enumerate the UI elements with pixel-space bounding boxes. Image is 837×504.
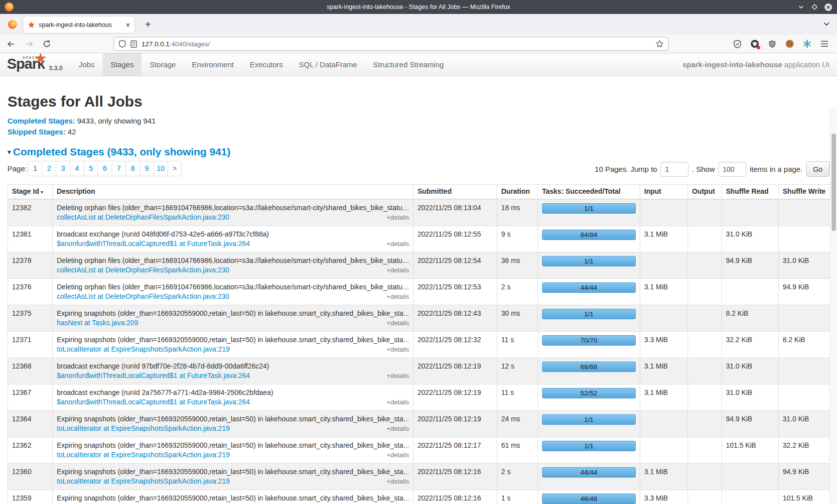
details-toggle[interactable]: +details bbox=[387, 397, 409, 407]
details-toggle[interactable]: +details bbox=[387, 318, 409, 328]
stage-callsite-link[interactable]: toLocalIterator at ExpireSnapshotsSparkA… bbox=[57, 450, 230, 460]
page-button-10[interactable]: 10 bbox=[154, 161, 168, 176]
go-button[interactable]: Go bbox=[806, 161, 830, 177]
window-minimize-button[interactable] bbox=[796, 2, 806, 12]
reload-button[interactable] bbox=[39, 37, 55, 51]
stage-callsite-link[interactable]: collectAsList at DeleteOrphanFilesSparkA… bbox=[57, 213, 229, 222]
extension-icons bbox=[733, 39, 829, 48]
details-toggle[interactable]: +details bbox=[387, 424, 409, 433]
menu-hamburger-icon[interactable] bbox=[820, 39, 829, 48]
nav-item-structured-streaming[interactable]: Structured Streaming bbox=[365, 53, 452, 76]
extension-mask-icon[interactable] bbox=[750, 39, 759, 48]
back-button[interactable] bbox=[3, 37, 19, 51]
extension-shield-check-icon[interactable] bbox=[733, 39, 742, 48]
completed-stages-section-header[interactable]: ▾Completed Stages (9433, only showing 94… bbox=[7, 145, 830, 158]
header-stage-id[interactable]: Stage Id▾ bbox=[8, 185, 53, 200]
input-cell: 3.1 MiB bbox=[640, 464, 688, 490]
window-close-button[interactable] bbox=[823, 2, 833, 12]
page-button-7[interactable]: 7 bbox=[112, 161, 126, 176]
input-cell bbox=[640, 411, 688, 437]
header-input[interactable]: Input bbox=[640, 185, 688, 200]
page-button-1[interactable]: 1 bbox=[28, 161, 42, 176]
header-shuffle-read[interactable]: Shuffle Read bbox=[722, 185, 779, 200]
window-maximize-button[interactable] bbox=[810, 2, 820, 12]
scrollbar[interactable] bbox=[830, 107, 837, 504]
url-bar[interactable]: 127.0.0.1:4040/stages/ bbox=[114, 37, 669, 51]
stage-id-cell: 12368 bbox=[8, 358, 53, 384]
shuffle-read-cell: 32.2 KiB bbox=[722, 332, 779, 358]
page-size-input[interactable] bbox=[718, 162, 746, 177]
stage-callsite-link[interactable]: $anonfun$withThreadLocalCaptured$1 at Fu… bbox=[57, 371, 250, 380]
stage-callsite-link[interactable]: collectAsList at DeleteOrphanFilesSparkA… bbox=[57, 265, 229, 275]
stage-callsite-link[interactable]: toLocalIterator at ExpireSnapshotsSparkA… bbox=[57, 424, 230, 433]
header-description[interactable]: Description bbox=[53, 185, 414, 200]
page-button-2[interactable]: 2 bbox=[42, 161, 56, 176]
stage-description: Expiring snapshots (older_than=166932055… bbox=[57, 441, 409, 450]
stage-callsite-link[interactable]: toLocalIterator at ExpireSnapshotsSparkA… bbox=[57, 477, 230, 486]
details-toggle[interactable]: +details bbox=[387, 213, 409, 222]
page-button-9[interactable]: 9 bbox=[140, 161, 154, 176]
details-toggle[interactable]: +details bbox=[387, 450, 409, 460]
firefox-view-icon[interactable] bbox=[8, 20, 17, 29]
details-toggle[interactable]: +details bbox=[387, 345, 409, 354]
description-cell: Deleting orphan files (older_than=166910… bbox=[53, 252, 414, 279]
forward-button[interactable] bbox=[21, 37, 37, 51]
nav-item-storage[interactable]: Storage bbox=[141, 53, 184, 76]
stage-callsite-link[interactable]: collectAsList at DeleteOrphanFilesSparkA… bbox=[57, 292, 229, 301]
nav-item-stages[interactable]: Stages bbox=[103, 53, 142, 76]
page-button-4[interactable]: 4 bbox=[70, 161, 84, 176]
jump-to-page-input[interactable] bbox=[661, 162, 689, 177]
header-output[interactable]: Output bbox=[688, 185, 722, 200]
list-tabs-chevron-icon[interactable] bbox=[823, 20, 831, 28]
spark-navbar: APACHE Spark ★ 3.3.0 JobsStagesStorageEn… bbox=[0, 53, 837, 76]
tasks-progress-bar: 1/1 bbox=[542, 441, 636, 451]
header-tasks[interactable]: Tasks: Succeeded/Total bbox=[538, 185, 640, 200]
extension-asterisk-icon[interactable] bbox=[803, 39, 812, 48]
details-toggle[interactable]: +details bbox=[387, 371, 409, 380]
completed-stages-value: 9433, only showing 941 bbox=[75, 117, 156, 125]
details-toggle[interactable]: +details bbox=[387, 292, 409, 301]
tracking-protection-shield-icon[interactable] bbox=[119, 40, 126, 48]
browser-tab[interactable]: spark-ingest-into-lakehous × bbox=[23, 16, 135, 33]
completed-stages-link[interactable]: Completed Stages: bbox=[7, 117, 75, 125]
details-toggle[interactable]: +details bbox=[387, 477, 409, 486]
duration-cell: 11 s bbox=[497, 384, 538, 411]
stages-table-body: 12382 Deleting orphan files (older_than=… bbox=[8, 199, 830, 504]
page-button-5[interactable]: 5 bbox=[84, 161, 98, 176]
header-shuffle-write[interactable]: Shuffle Write bbox=[779, 185, 830, 200]
scrollbar-thumb[interactable] bbox=[832, 133, 836, 231]
page-button-3[interactable]: 3 bbox=[56, 161, 70, 176]
tasks-cell: 84/84 bbox=[538, 226, 640, 252]
submitted-cell: 2022/11/25 08:13:04 bbox=[414, 199, 497, 226]
new-tab-button[interactable]: + bbox=[141, 17, 155, 31]
stage-callsite-link[interactable]: toLocalIterator at ExpireSnapshotsSparkA… bbox=[57, 345, 230, 354]
nav-item-jobs[interactable]: Jobs bbox=[71, 53, 103, 76]
show-label: . Show bbox=[692, 165, 715, 173]
page-button-6[interactable]: 6 bbox=[98, 161, 112, 176]
page-button-next[interactable]: > bbox=[168, 161, 182, 176]
url-text[interactable]: 127.0.0.1:4040/stages/ bbox=[141, 40, 651, 48]
bookmark-star-icon[interactable] bbox=[656, 40, 664, 48]
nav-item-executors[interactable]: Executors bbox=[242, 53, 291, 76]
nav-item-environment[interactable]: Environment bbox=[184, 53, 242, 76]
table-row: 12362 Expiring snapshots (older_than=166… bbox=[8, 437, 830, 464]
spark-logo[interactable]: APACHE Spark ★ 3.3.0 bbox=[0, 53, 71, 76]
stage-callsite-link[interactable]: $anonfun$withThreadLocalCaptured$1 at Fu… bbox=[57, 397, 250, 407]
page-button-8[interactable]: 8 bbox=[126, 161, 140, 176]
skipped-stages-link[interactable]: Skipped Stages: bbox=[7, 127, 66, 136]
extension-ublock-icon[interactable] bbox=[768, 39, 777, 48]
header-duration[interactable]: Duration bbox=[497, 185, 538, 200]
tab-close-icon[interactable]: × bbox=[126, 21, 130, 28]
stage-callsite-link[interactable]: hasNext at Tasks.java:209 bbox=[57, 318, 138, 328]
details-toggle[interactable]: +details bbox=[387, 239, 409, 249]
page-info-icon[interactable] bbox=[131, 40, 137, 48]
extension-cookie-icon[interactable] bbox=[785, 39, 794, 48]
header-submitted[interactable]: Submitted bbox=[414, 185, 497, 200]
table-row: 12382 Deleting orphan files (older_than=… bbox=[8, 199, 830, 226]
output-cell bbox=[688, 199, 722, 226]
stage-callsite-link[interactable]: $anonfun$withThreadLocalCaptured$1 at Fu… bbox=[57, 239, 250, 249]
details-toggle[interactable]: +details bbox=[387, 265, 409, 275]
nav-item-sql-dataframe[interactable]: SQL / DataFrame bbox=[291, 53, 365, 76]
submitted-cell: 2022/11/25 08:12:43 bbox=[414, 305, 497, 332]
input-cell: 3.3 MiB bbox=[640, 332, 688, 358]
